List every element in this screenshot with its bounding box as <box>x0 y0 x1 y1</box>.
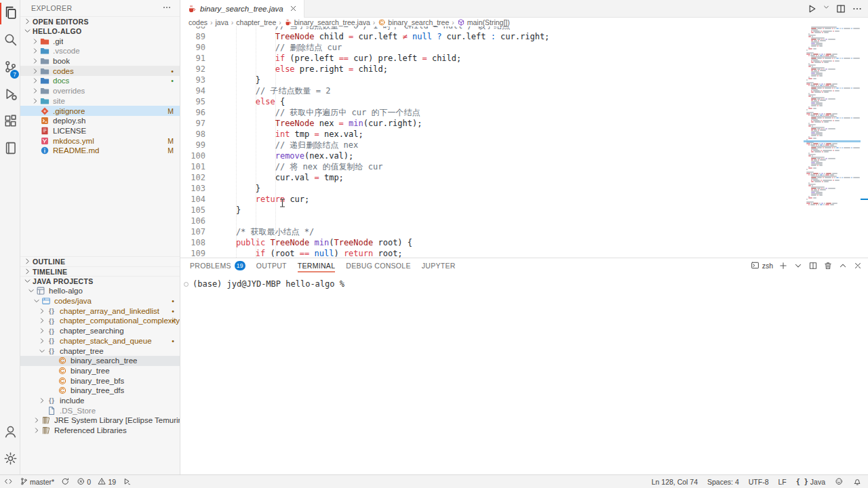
status-item-branch[interactable]: master* <box>20 475 55 488</box>
status-item-ln-128-col-74[interactable]: Ln 128, Col 74 <box>652 475 698 488</box>
tree-item-chapter_tree[interactable]: { }chapter_tree <box>20 346 180 356</box>
braces-icon: { } <box>46 395 56 405</box>
tree-item-.ds_store[interactable]: .DS_Store <box>20 405 180 415</box>
panel-tab-debug-console[interactable]: DEBUG CONSOLE <box>346 258 411 273</box>
chev-down-button[interactable] <box>793 261 803 271</box>
status-item-debug-alt[interactable] <box>123 475 132 488</box>
workspace-header[interactable]: HELLO-ALGO <box>20 26 180 37</box>
activity-bar-item-debug[interactable] <box>0 81 20 108</box>
tree-item-.git[interactable]: .git <box>20 36 180 46</box>
java-projects-header[interactable]: JAVA PROJECTS <box>20 276 180 286</box>
tree-item-codes[interactable]: codes• <box>20 66 180 76</box>
chevron-right-icon <box>38 327 46 335</box>
status-item-remote[interactable] <box>4 475 13 488</box>
tree-item-deploy.sh[interactable]: deploy.sh <box>20 116 180 126</box>
tree-item-include[interactable]: { }include <box>20 396 180 406</box>
outline-header[interactable]: OUTLINE <box>20 256 180 266</box>
terminal[interactable]: (base) jyd@JYD-MBP hello-algo % <box>180 273 868 289</box>
tree-item-binary_search_tree[interactable]: binary_search_tree <box>20 356 180 366</box>
status-item-lf[interactable]: LF <box>778 475 786 488</box>
tree-item-referencedlibraries[interactable]: Referenced Libraries <box>20 426 180 436</box>
status-item-sync[interactable] <box>61 475 70 488</box>
status-item-error[interactable]: 0 <box>77 475 91 488</box>
breadcrumb-item[interactable]: chapter_tree <box>236 18 276 26</box>
status-item-spaces-4[interactable]: Spaces: 4 <box>707 475 739 488</box>
tab-binary-search-tree[interactable]: binary_search_tree.java <box>180 0 304 18</box>
tree-item-chapter_searching[interactable]: { }chapter_searching <box>20 326 180 336</box>
folder-git-icon <box>39 36 50 46</box>
braces-icon: { } <box>46 326 56 336</box>
code-line: TreeNode child = cur.left ≠ null ? cur.l… <box>216 31 804 42</box>
explorer-more-actions-button[interactable] <box>161 2 173 14</box>
tree-item-binary_tree[interactable]: binary_tree <box>20 366 180 376</box>
tree-item-jresystemlibraryeclipsetemurin1717....[interactable]: JRE System Library [Eclipse Temurin 17 [… <box>20 415 180 426</box>
tree-item-overrides[interactable]: overrides <box>20 86 180 96</box>
tree-item-chapter_computational_complexity[interactable]: { }chapter_computational_complexity• <box>20 316 180 326</box>
activity-bar-item-scm[interactable]: 7 <box>0 54 20 81</box>
tree-item-.vscode[interactable]: .vscode <box>20 46 180 56</box>
open-editors-header[interactable]: OPEN EDITORS <box>20 16 180 26</box>
code-line: // 将 nex 的值复制给 cur <box>216 161 804 172</box>
plus-button[interactable] <box>778 261 788 271</box>
line-number: 89 <box>180 31 205 42</box>
panel-tab-terminal[interactable]: TERMINAL <box>298 258 336 273</box>
tree-item-binary_tree_bfs[interactable]: binary_tree_bfs <box>20 375 180 386</box>
activity-bar-item-account[interactable] <box>0 419 20 446</box>
status-item-label: master* <box>30 478 54 486</box>
tree-item-label: binary_search_tree <box>71 357 137 365</box>
ellipsis-button[interactable] <box>852 3 863 14</box>
terminal-icon <box>751 261 760 271</box>
tree-item-.gitignore[interactable]: .gitignoreM <box>20 106 180 116</box>
trash-button[interactable] <box>823 261 833 271</box>
ellipsis-icon <box>162 3 172 14</box>
folder-site-icon <box>39 96 50 106</box>
breadcrumb-item[interactable]: codes <box>189 18 208 26</box>
activity-bar-item-notebook[interactable] <box>0 136 20 163</box>
tree-item-codesjava[interactable]: codes/java• <box>20 296 180 306</box>
timeline-header[interactable]: TIMELINE <box>20 266 180 277</box>
activity-bar-item-extensions[interactable] <box>0 108 20 136</box>
panel-tab-output[interactable]: OUTPUT <box>256 258 287 273</box>
status-item-utf-8[interactable]: UTF-8 <box>749 475 769 488</box>
code-line: } <box>216 205 804 216</box>
tree-item-license[interactable]: LICENSE <box>20 126 180 136</box>
tree-item-chapter_array_and_linkedlist[interactable]: { }chapter_array_and_linkedlist• <box>20 306 180 316</box>
git-status-badge: • <box>172 307 174 315</box>
status-item-feedback[interactable] <box>835 475 844 488</box>
panel-tab-jupyter[interactable]: JUPYTER <box>422 258 456 273</box>
tree-item-label: codes/java <box>54 297 92 305</box>
close-button[interactable] <box>852 261 863 271</box>
breadcrumb-item[interactable]: binary_search_tree <box>378 18 449 26</box>
chev-up-button[interactable] <box>837 261 848 271</box>
readme-icon <box>39 146 50 156</box>
tree-item-docs[interactable]: docs• <box>20 76 180 86</box>
tree-item-readme.md[interactable]: README.mdM <box>20 146 180 156</box>
tree-item-mkdocs.yml[interactable]: mkdocs.ymlM <box>20 136 180 146</box>
minimap[interactable] <box>804 26 861 258</box>
panel-tab-problems[interactable]: PROBLEMS19 <box>190 258 245 273</box>
split-button[interactable] <box>808 261 818 271</box>
overview-ruler[interactable] <box>861 26 868 258</box>
status-item-braces-text[interactable]: { }Java <box>796 475 825 488</box>
activity-bar-item-search[interactable] <box>0 27 20 54</box>
status-item-warn[interactable]: 19 <box>98 475 116 488</box>
tree-item-hello-algo[interactable]: hello-algo <box>20 286 180 296</box>
activity-bar-item-gear[interactable] <box>0 446 20 473</box>
breadcrumb-item[interactable]: binary_search_tree.java <box>284 18 370 26</box>
shell-name: zsh <box>762 262 773 270</box>
code-editor[interactable]: 8889909192939495969798991001011021031041… <box>180 26 868 258</box>
tree-item-binary_tree_dfs[interactable]: binary_tree_dfs <box>20 386 180 396</box>
play-button[interactable] <box>806 3 817 14</box>
line-number: 104 <box>180 194 205 205</box>
chev-down-button[interactable] <box>823 3 830 14</box>
breadcrumb-item[interactable]: main(String[]) <box>457 18 510 26</box>
activity-bar-item-files[interactable] <box>0 0 20 27</box>
tree-item-chapter_stack_and_queue[interactable]: { }chapter_stack_and_queue• <box>20 336 180 346</box>
terminal-shell-selector[interactable]: zsh <box>751 261 773 271</box>
close-icon[interactable] <box>289 4 298 14</box>
status-item-bell[interactable] <box>853 475 862 488</box>
tree-item-book[interactable]: book <box>20 56 180 66</box>
split-button[interactable] <box>835 3 846 14</box>
breadcrumb-item[interactable]: java <box>216 18 229 26</box>
tree-item-site[interactable]: site <box>20 96 180 106</box>
